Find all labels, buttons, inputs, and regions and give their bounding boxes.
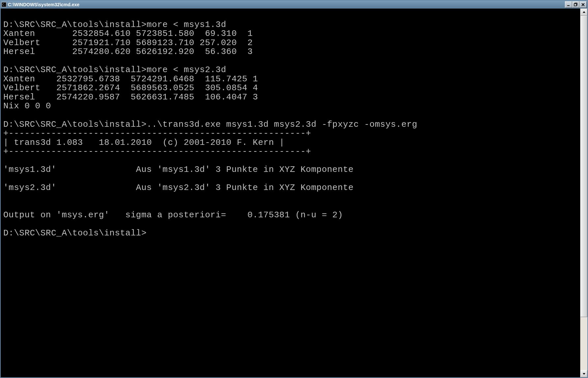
svg-marker-7	[583, 11, 585, 13]
scroll-down-button[interactable]	[580, 370, 587, 377]
vertical-scrollbar	[580, 9, 587, 377]
cmd-icon: C:\	[1, 2, 7, 7]
window-controls	[565, 1, 587, 8]
svg-text:C:\: C:\	[2, 3, 7, 6]
window-title: C:\WINDOWS\system32\cmd.exe	[8, 2, 79, 7]
svg-marker-8	[583, 373, 585, 375]
terminal-output[interactable]: D:\SRC\SRC_A\tools\install>more < msys1.…	[1, 9, 580, 377]
svg-rect-2	[567, 5, 570, 6]
minimize-button[interactable]	[565, 1, 572, 8]
cmd-window: C:\ C:\WINDOWS\system32\cmd.exe	[0, 0, 588, 378]
terminal-container: D:\SRC\SRC_A\tools\install>more < msys1.…	[1, 9, 587, 377]
svg-rect-4	[574, 4, 576, 6]
close-button[interactable]	[579, 1, 587, 8]
scroll-track[interactable]	[580, 16, 587, 370]
titlebar[interactable]: C:\ C:\WINDOWS\system32\cmd.exe	[1, 1, 587, 9]
scroll-up-button[interactable]	[580, 9, 587, 16]
scroll-thumb[interactable]	[580, 16, 587, 317]
restore-button[interactable]	[572, 1, 579, 8]
